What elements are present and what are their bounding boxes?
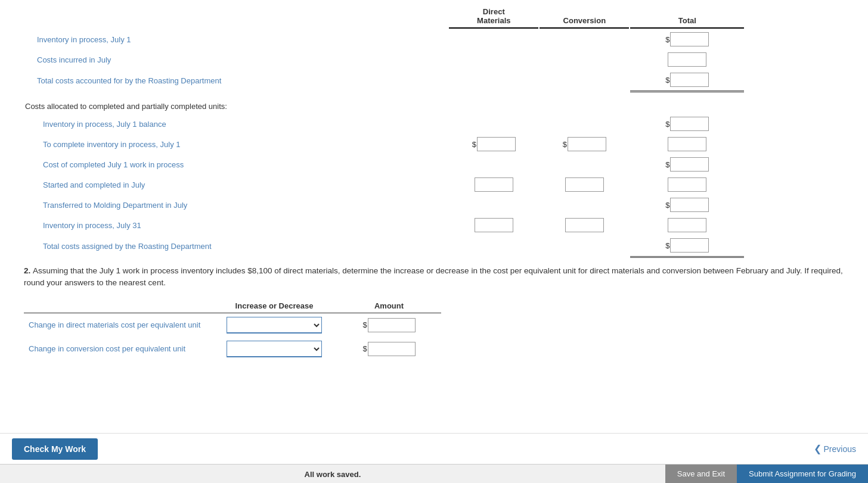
- row-label-inv-july1-balance: Inventory in process, July 1 balance: [25, 114, 448, 133]
- cell-conv-transferred: [540, 195, 629, 214]
- dollar-sign: $: [472, 140, 476, 149]
- dollar-sign: $: [362, 320, 367, 329]
- footer-buttons: Save and Exit Submit Assignment for Grad…: [665, 465, 868, 483]
- row-label-costs-incurred: Costs incurred in July: [25, 50, 448, 69]
- cell-dm-total-assigned: [449, 236, 538, 258]
- input-total-complete-inv[interactable]: [668, 137, 706, 151]
- table-row: Change in conversion cost per equivalent…: [24, 337, 441, 361]
- section2-question: 2. Assuming that the July 1 work in proc…: [24, 265, 844, 289]
- section2-question-text: Assuming that the July 1 work in process…: [24, 266, 843, 287]
- cost-table: Direct Materials Conversion Total Invent…: [24, 6, 844, 259]
- table-row: Total costs accounted for by the Roastin…: [25, 70, 843, 92]
- input-dm-started-completed[interactable]: [475, 177, 513, 192]
- status-bar: All work saved. Save and Exit Submit Ass…: [0, 464, 868, 483]
- input-total-started-completed[interactable]: [668, 177, 706, 192]
- cell-dm-inv-july31: [449, 216, 538, 235]
- table-row: Total costs assigned by the Roasting Dep…: [25, 236, 843, 258]
- dollar-sign: $: [665, 76, 669, 85]
- input-total-transferred[interactable]: [670, 198, 709, 212]
- cell-dm-cost-completed: [449, 155, 538, 174]
- input-total-total-costs-accounted[interactable]: [670, 73, 709, 87]
- dollar-sign: $: [563, 140, 567, 149]
- input-conv-inv-july31[interactable]: [565, 218, 604, 232]
- row-label-change-dm: Change in direct materials cost per equi…: [24, 313, 212, 337]
- cell-dm-costs-incurred: [449, 50, 538, 69]
- input-conv-complete-inv[interactable]: [568, 137, 606, 151]
- cell-total-inv-july31: [630, 216, 744, 235]
- cell-conv-total-costs-accounted: [540, 70, 629, 92]
- cell-conv-inv-july1-balance: [540, 114, 629, 133]
- input-total-total-assigned[interactable]: [670, 238, 709, 253]
- input-total-inv-july31[interactable]: [668, 218, 706, 232]
- select-increase-decrease-conv[interactable]: Increase Decrease: [227, 341, 322, 357]
- row-label-complete-inv-july1: To complete inventory in process, July 1: [25, 135, 448, 154]
- section2-table: Increase or Decrease Amount Change in di…: [24, 299, 441, 361]
- cell-dm-inv-july1-balance: [449, 114, 538, 133]
- table-row: Transferred to Molding Department in Jul…: [25, 195, 843, 214]
- section2-number: 2.: [24, 266, 33, 275]
- cell-dm-total-costs-accounted: [449, 70, 538, 92]
- cell-increase-decrease-conv: Increase Decrease: [212, 337, 337, 361]
- cell-dm-inv-july1: [449, 30, 538, 49]
- dollar-sign: $: [665, 160, 669, 169]
- main-content: Direct Materials Conversion Total Invent…: [0, 0, 868, 405]
- row-label-inv-july1: Inventory in process, July 1: [25, 30, 448, 49]
- dollar-sign: $: [665, 201, 669, 210]
- cell-total-total-assigned: $: [630, 236, 744, 258]
- row-label-total-costs-accounted: Total costs accounted for by the Roastin…: [25, 70, 448, 92]
- check-bar: Check My Work ❮ Previous: [0, 433, 868, 464]
- table-row: Costs allocated to completed and partial…: [25, 99, 843, 113]
- input-total-costs-incurred[interactable]: [668, 52, 706, 67]
- cell-increase-decrease-dm: Increase Decrease: [212, 313, 337, 337]
- dollar-sign: $: [665, 35, 669, 44]
- cell-dm-complete-inv: $: [449, 135, 538, 154]
- cell-conv-cost-completed: [540, 155, 629, 174]
- cell-conv-inv-july1: [540, 30, 629, 49]
- col-header-label: [25, 7, 448, 29]
- cell-total-costs-incurred: [630, 50, 744, 69]
- input-amount-conv[interactable]: [368, 342, 416, 356]
- dollar-sign: $: [665, 241, 669, 250]
- table-row: Started and completed in July: [25, 175, 843, 194]
- col-header-dm: Direct Materials: [449, 7, 538, 29]
- cell-conv-started-completed: [540, 175, 629, 194]
- table-row: To complete inventory in process, July 1…: [25, 135, 843, 154]
- input-total-cost-completed[interactable]: [670, 157, 709, 172]
- table-row: Costs incurred in July: [25, 50, 843, 69]
- select-increase-decrease-dm[interactable]: Increase Decrease: [227, 317, 322, 334]
- submit-assignment-button[interactable]: Submit Assignment for Grading: [737, 465, 868, 483]
- row-label-change-conv: Change in conversion cost per equivalent…: [24, 337, 212, 361]
- col-spacer: [745, 7, 843, 29]
- section2: 2. Assuming that the July 1 work in proc…: [24, 265, 844, 373]
- cell-total-started-completed: [630, 175, 744, 194]
- dollar-sign: $: [362, 344, 367, 353]
- cell-total-transferred: $: [630, 195, 744, 214]
- input-dm-inv-july31[interactable]: [475, 218, 513, 232]
- section-header-costs-allocated: Costs allocated to completed and partial…: [25, 99, 843, 113]
- previous-label: Previous: [824, 444, 856, 454]
- input-total-inv-july1-balance[interactable]: [670, 117, 709, 131]
- previous-button[interactable]: ❮ Previous: [814, 443, 856, 454]
- row-label-cost-completed-july1: Cost of completed July 1 work in process: [25, 155, 448, 174]
- input-total-inv-july1[interactable]: [670, 32, 709, 46]
- row-label-transferred: Transferred to Molding Department in Jul…: [25, 195, 448, 214]
- cell-conv-costs-incurred: [540, 50, 629, 69]
- dollar-sign: $: [665, 120, 669, 129]
- cell-conv-complete-inv: $: [540, 135, 629, 154]
- row-label-total-costs-assigned: Total costs assigned by the Roasting Dep…: [25, 236, 448, 258]
- input-amount-dm[interactable]: [368, 318, 416, 332]
- cell-total-cost-completed: $: [630, 155, 744, 174]
- cell-total-inv-july1-balance: $: [630, 114, 744, 133]
- save-and-exit-button[interactable]: Save and Exit: [665, 465, 737, 483]
- chevron-left-icon: ❮: [814, 443, 822, 454]
- row-label-started-completed: Started and completed in July: [25, 175, 448, 194]
- input-conv-started-completed[interactable]: [565, 177, 604, 192]
- input-dm-complete-inv[interactable]: [477, 137, 516, 151]
- table-row: Change in direct materials cost per equi…: [24, 313, 441, 337]
- cell-dm-started-completed: [449, 175, 538, 194]
- check-my-work-button[interactable]: Check My Work: [12, 438, 98, 460]
- all-work-saved-text: All work saved.: [305, 470, 361, 479]
- table-row: Inventory in process, July 1 $: [25, 30, 843, 49]
- table-row: Inventory in process, July 1 balance $: [25, 114, 843, 133]
- col-header-conversion: Conversion: [540, 7, 629, 29]
